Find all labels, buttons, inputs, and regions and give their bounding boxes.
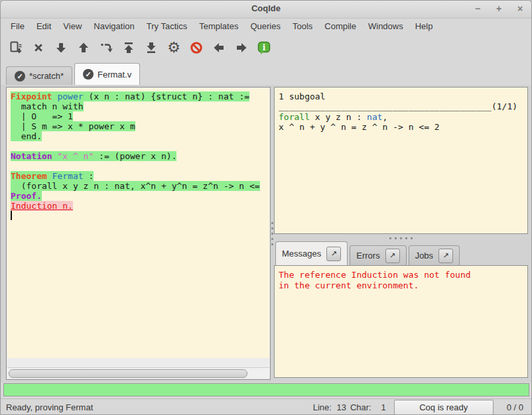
editor-tab-strip: ✓ *scratch* ✓ Fermat.v <box>1 62 531 85</box>
status-bar: Ready, proving Fermat Line: 13 Char: 1 C… <box>1 398 531 415</box>
code-line: Proof. <box>11 191 269 201</box>
code-line <box>11 161 269 171</box>
code-line: (forall x y z n : nat, x^n + y^n = z^n -… <box>11 181 269 191</box>
tab-errors[interactable]: Errors ↗ <box>350 245 406 265</box>
detach-icon[interactable]: ↗ <box>385 249 400 263</box>
backward-one-step-icon <box>77 41 90 54</box>
menu-compile[interactable]: Compile <box>318 19 362 33</box>
minimize-button[interactable]: − <box>472 3 484 15</box>
messages-pane[interactable]: The reference Induction was not foundin … <box>274 265 528 378</box>
backward-one-step-button[interactable] <box>74 38 94 58</box>
tab-label: Messages <box>282 249 321 259</box>
goal-lines: forall x y z n : nat,x ^ n + y ^ n = z ^… <box>279 112 527 132</box>
message-line: The reference Induction was not found <box>279 270 527 280</box>
restart-button[interactable] <box>119 38 139 58</box>
status-message: Ready, proving Fermat <box>6 402 313 412</box>
about-button[interactable]: i <box>254 38 274 58</box>
subgoal-header: 1 subgoal <box>279 91 527 101</box>
next-button[interactable] <box>232 38 251 58</box>
horizontal-scrollbar[interactable] <box>7 367 269 379</box>
horizontal-splitter[interactable] <box>274 235 528 241</box>
code-line <box>11 211 269 221</box>
code-line: forall x y z n : nat, <box>279 112 527 122</box>
svg-text:i: i <box>263 43 266 52</box>
save-icon <box>9 40 23 55</box>
coqide-window: CoqIde − + × FileEditViewNavigationTry T… <box>0 0 532 415</box>
next-icon <box>235 41 248 54</box>
tab-jobs[interactable]: Jobs ↗ <box>409 245 460 265</box>
code-line: | S m => x * power x m <box>11 121 269 131</box>
toolbar: ⚙i <box>1 34 531 62</box>
menu-help[interactable]: Help <box>409 19 439 33</box>
forward-one-step-icon <box>54 41 68 54</box>
window-title: CoqIde <box>1 3 531 13</box>
message-line: in the current environment. <box>279 280 527 291</box>
close-button[interactable]: × <box>514 3 526 15</box>
forward-one-step-button[interactable] <box>51 38 71 58</box>
line-value: 13 <box>336 402 346 412</box>
menu-queries[interactable]: Queries <box>244 19 287 33</box>
messages-content: The reference Induction was not foundin … <box>275 266 527 291</box>
worker-counter: 0 / 0 <box>507 402 523 412</box>
menu-bar: FileEditViewNavigationTry TacticsTemplat… <box>1 18 531 34</box>
go-to-end-button[interactable] <box>141 38 161 58</box>
restart-icon <box>122 41 135 54</box>
checkmark-icon: ✓ <box>83 69 94 80</box>
save-button[interactable] <box>6 38 26 58</box>
title-bar: CoqIde − + × <box>1 1 531 19</box>
fully-check-button[interactable]: ⚙ <box>164 38 184 58</box>
status-right: Line: 13 Char: 1 Coq is ready 0 / 0 <box>313 400 523 415</box>
tab-label: *scratch* <box>29 71 64 81</box>
messages-tab-row: Messages ↗ Errors ↗ Jobs ↗ <box>274 241 528 265</box>
goal-separator: ________________________________________… <box>279 101 527 112</box>
code-line: Notation "x ^ n" := (power x n). <box>11 151 269 161</box>
tab-messages[interactable]: Messages ↗ <box>275 241 348 265</box>
go-to-end-icon <box>145 41 158 54</box>
scrollbar-thumb[interactable] <box>9 369 247 378</box>
previous-icon <box>212 41 226 54</box>
interrupt-button[interactable] <box>186 38 206 58</box>
maximize-button[interactable]: + <box>493 3 505 15</box>
close-icon <box>32 41 45 54</box>
line-label: Line: <box>313 402 332 412</box>
coq-status-button[interactable]: Coq is ready <box>394 400 494 415</box>
code-line: Theorem Fermat : <box>11 171 269 181</box>
menu-templates[interactable]: Templates <box>193 19 244 33</box>
menu-windows[interactable]: Windows <box>362 19 409 33</box>
window-controls: − + × <box>472 3 526 15</box>
tab-label: Errors <box>356 251 379 261</box>
char-value: 1 <box>375 402 386 412</box>
progress-fill <box>4 384 529 396</box>
tab-label: Fermat.v <box>98 70 131 80</box>
script-pane: Fixpoint power (x n : nat) {struct n} : … <box>6 87 271 380</box>
menu-file[interactable]: File <box>5 19 31 33</box>
menu-navigation[interactable]: Navigation <box>88 19 140 33</box>
interrupt-icon <box>190 41 203 54</box>
menu-try-tactics[interactable]: Try Tactics <box>141 19 193 33</box>
char-label: Char: <box>350 402 371 412</box>
previous-button[interactable] <box>209 38 229 58</box>
menu-tools[interactable]: Tools <box>287 19 318 33</box>
progress-bar <box>3 383 529 396</box>
detach-icon[interactable]: ↗ <box>438 249 453 263</box>
menu-edit[interactable]: Edit <box>31 19 57 33</box>
code-line: match n with <box>11 101 269 111</box>
code-line: x ^ n + y ^ n = z ^ n -> n <= 2 <box>279 122 527 132</box>
go-to-cursor-button[interactable] <box>96 38 116 58</box>
code-line: | O => 1 <box>11 111 269 121</box>
code-line: end. <box>11 131 269 141</box>
workspace: Fixpoint power (x n : nat) {struct n} : … <box>1 85 531 383</box>
editor-code[interactable]: Fixpoint power (x n : nat) {struct n} : … <box>7 88 269 358</box>
checkmark-icon: ✓ <box>15 71 25 82</box>
code-line: Fixpoint power (x n : nat) {struct n} : … <box>11 91 269 101</box>
goals-pane[interactable]: 1 subgoal ______________________________… <box>274 87 528 234</box>
fully-check-icon: ⚙ <box>167 40 180 55</box>
tab-scratch[interactable]: ✓ *scratch* <box>6 66 72 85</box>
menu-view[interactable]: View <box>57 19 88 33</box>
detach-icon[interactable]: ↗ <box>326 247 341 261</box>
close-button[interactable] <box>29 38 48 58</box>
tab-fermat[interactable]: ✓ Fermat.v <box>74 63 140 85</box>
code-line: Induction n. <box>11 201 269 211</box>
go-to-cursor-icon <box>100 41 113 54</box>
text-caret <box>11 211 12 220</box>
